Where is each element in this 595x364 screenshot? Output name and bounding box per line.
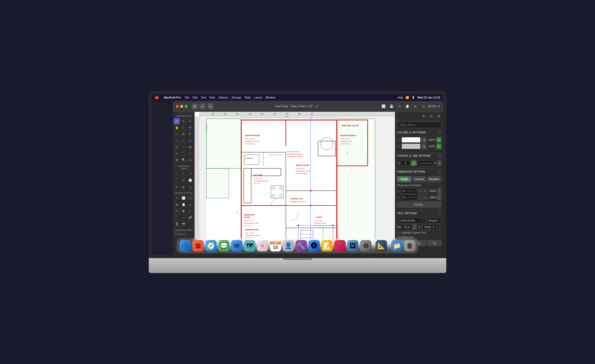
align-right-button[interactable] (427, 240, 441, 246)
adv-scissors[interactable]: ✂ (174, 208, 180, 214)
adv-door[interactable]: 🚪 (174, 221, 180, 227)
fill-opacity-toggle[interactable]: ◑ (421, 137, 426, 143)
font-family-select[interactable]: Lucida Grande ▼ (397, 218, 425, 223)
tool-pencil[interactable]: P (187, 131, 193, 137)
stroke-add-button[interactable]: + (436, 144, 441, 149)
tool-star[interactable]: ★ (187, 144, 193, 150)
tool-pan[interactable]: ✋ (174, 125, 180, 131)
menu-text[interactable]: Text (201, 96, 206, 99)
dock-music[interactable]: 🎵 (334, 240, 346, 251)
dim-vert[interactable]: ↕ (180, 171, 186, 177)
fill-add-button[interactable]: + (436, 137, 441, 143)
stroke-value-input[interactable]: 1 (401, 161, 410, 166)
dock-settings[interactable]: ⚙ (360, 240, 371, 251)
menu-help[interactable]: Help (397, 96, 403, 99)
dim-stepper-2[interactable]: ▲ ▼ (437, 195, 441, 200)
object-name-field[interactable]: Object Name (397, 122, 441, 128)
app-name-menu[interactable]: MacDraft Pro (164, 96, 181, 99)
tool-zoom[interactable]: 🔍 (180, 157, 186, 163)
tool-bezier[interactable]: ~ (180, 144, 186, 150)
dim-angle[interactable]: ∡ (180, 184, 186, 190)
panel-grid-icon[interactable]: ⊞ (436, 113, 441, 119)
adv-curve[interactable]: ⌒ (174, 214, 180, 220)
layers-icon[interactable]: 🗂 (420, 103, 426, 110)
redo-button[interactable]: ↪ (208, 103, 213, 109)
zoom-control[interactable]: 50.0% ▼ (428, 105, 440, 108)
dim-expand-btn-1b[interactable]: ⬌ (423, 188, 427, 194)
grid-icon[interactable]: ⊞ (412, 103, 418, 110)
dock-notes[interactable]: 📝 (321, 240, 333, 251)
format-button[interactable]: Format... (397, 202, 441, 208)
share-icon[interactable]: ⬜ (380, 103, 387, 110)
highlight-clipped-checkbox[interactable] (397, 231, 400, 234)
dim-stepper-1[interactable]: ▲ ▼ (437, 188, 441, 194)
dim-clock[interactable]: 🕐 (187, 177, 193, 183)
menu-window[interactable]: Window (266, 96, 275, 99)
tool-arc[interactable]: ◡ (180, 138, 186, 144)
dock-preview[interactable]: 🖼 (347, 240, 358, 251)
stroke-check-button[interactable]: ✓ (411, 160, 416, 166)
menu-options[interactable]: Options (219, 96, 228, 99)
stroke-opacity-toggle[interactable]: ◑ (421, 144, 426, 149)
adv-copy[interactable]: ⧉ (174, 202, 180, 208)
dim-triangle[interactable]: △ (187, 184, 193, 190)
adv-rect[interactable]: ⬜ (180, 195, 186, 201)
dim-circle[interactable]: ⊙ (180, 177, 186, 183)
paste-icon[interactable]: 📋 (404, 103, 411, 110)
dock-calendar[interactable]: JUN 15 (270, 240, 281, 251)
menu-arrange[interactable]: Arrange (232, 96, 241, 99)
dock-trash[interactable]: 🗑 (404, 240, 416, 251)
minimize-button[interactable] (180, 105, 183, 108)
stroke-color-swatch[interactable] (402, 144, 420, 149)
maximize-button[interactable] (185, 105, 188, 108)
tool-angle[interactable]: ∠ (187, 138, 193, 144)
tool-cross[interactable]: ✕ (187, 125, 193, 131)
tool-freehand[interactable]: ⌇ (187, 151, 193, 156)
tool-rectangle[interactable]: □ (174, 131, 180, 137)
adv-select[interactable]: ↖ (174, 195, 180, 201)
apple-logo-icon[interactable]: 🍎 (155, 95, 159, 99)
dim-expand-btn-2a[interactable]: ⬍ (418, 195, 422, 200)
tool-select[interactable]: ↖ (174, 118, 180, 124)
stroke-minus-icon[interactable]: +| (397, 161, 400, 165)
copy-icon[interactable]: ⧉ (396, 103, 403, 110)
dock-instruments[interactable]: 🔧 (296, 240, 307, 251)
font-style-select[interactable]: Regular ▼ (426, 218, 441, 223)
dock-appstore[interactable]: 🅐 (308, 240, 320, 251)
font-size-input[interactable]: 10 pt (402, 224, 412, 229)
tool-polygon[interactable]: ⬡ (174, 144, 180, 150)
dim-leader[interactable]: ↙ (174, 184, 180, 190)
adv-weld[interactable]: ✖ (180, 208, 186, 214)
tool-rotate[interactable]: ↻ (180, 118, 186, 124)
tool-wave[interactable]: ∿ (174, 151, 180, 156)
dim-radius[interactable]: ⌒ (174, 177, 180, 183)
dock-messages[interactable]: 💬 (218, 240, 230, 251)
canvas-area[interactable]: 10' 20' 30' 40' 50' 60' 70' 80' 90' (195, 112, 395, 246)
dim-expand-btn-2b[interactable]: ⬌ (423, 195, 427, 200)
adv-link[interactable]: 🔗 (187, 214, 193, 220)
stroke-stepper-button[interactable]: ⬍ (437, 160, 441, 166)
save-icon[interactable]: 💾 (388, 103, 395, 110)
panel-filters-icon[interactable]: ⚙ (421, 113, 426, 119)
stroke-line-header[interactable]: STROKE & LINE OPTIONS ▼ (395, 153, 443, 159)
menu-view[interactable]: View (209, 96, 215, 99)
dock-maps[interactable]: 🗺 (244, 240, 255, 251)
dock-photos[interactable]: 🌸 (257, 240, 268, 251)
menu-file[interactable]: File (185, 96, 189, 99)
dim-chained-button[interactable]: Chained (412, 176, 426, 182)
dock-finder[interactable]: 🔵 (179, 240, 191, 251)
tool-crop[interactable]: ✂ (187, 118, 193, 124)
dock-contacts[interactable]: 👤 (283, 240, 294, 251)
dock-launchpad[interactable]: ⊞ (192, 240, 204, 251)
adv-crop2[interactable]: ⬛ (187, 195, 193, 201)
text-options-header[interactable]: TEXT OPTIONS ▼ (395, 210, 443, 216)
fill-color-swatch[interactable] (402, 137, 420, 143)
dimension-options-header[interactable]: DIMENSION OPTIONS ▼ (395, 169, 443, 175)
dim-single-button[interactable]: Single (397, 176, 411, 182)
undo-button[interactable]: ↩ (200, 103, 206, 109)
dim-expand-btn-1a[interactable]: ⬍ (418, 188, 422, 194)
colors-patterns-header[interactable]: COLORS & PATTERNS ▼ (395, 129, 443, 136)
menu-data[interactable]: Data (245, 96, 250, 99)
tool-text[interactable]: A (180, 131, 186, 137)
adv-paste[interactable]: 📋 (180, 202, 186, 208)
